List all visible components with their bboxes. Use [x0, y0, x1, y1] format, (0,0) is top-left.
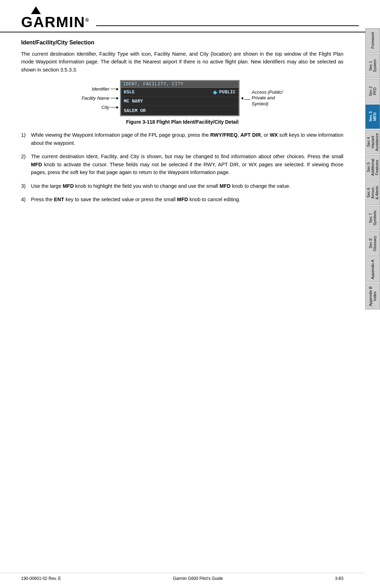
arrow-left-line — [244, 99, 250, 100]
tab-appendix-b[interactable]: Appendix BIndex — [365, 283, 380, 309]
footer-left: 190-00601-02 Rev. E — [21, 576, 61, 581]
step-4-number: 4) — [21, 196, 31, 203]
footer-right: 3-83 — [335, 576, 343, 581]
screen-mockup: IDENT, FACILITY, CITY KSLE ◆ PUBLIC MC N… — [120, 80, 240, 116]
step-3-text: Use the large MFD knob to highlight the … — [31, 182, 343, 190]
step-3: 3) Use the large MFD knob to highlight t… — [21, 182, 343, 190]
arrow-head-2 — [117, 95, 119, 101]
step-1-number: 1) — [21, 131, 31, 139]
figure-container: Identifier Facility Name City — [21, 80, 343, 116]
tab-appendix-a[interactable]: Appendix A — [365, 256, 380, 283]
page-footer: 190-00601-02 Rev. E Garmin G600 Pilot's … — [0, 573, 365, 581]
step-2-text: The current destination Ident, Facility,… — [31, 153, 343, 176]
footer-center: Garmin G600 Pilot's Guide — [173, 576, 223, 581]
diamond-icon: ◆ — [213, 89, 217, 95]
step-1: 1) While viewing the Waypoint Informatio… — [21, 131, 343, 147]
label-identifier: Identifier — [92, 85, 119, 94]
tab-sec1-system[interactable]: Sec 1System — [365, 54, 380, 78]
arrow-line-1 — [110, 89, 117, 89]
tab-sec7-symbols[interactable]: Sec 7Symbols — [365, 206, 380, 230]
intro-paragraph: The current destination Identifier, Faci… — [21, 50, 343, 74]
garmin-triangle-icon — [31, 6, 41, 14]
step-2: 2) The current destination Ident, Facili… — [21, 153, 343, 176]
tab-foreword[interactable]: Foreword — [365, 28, 380, 53]
steps-list: 1) While viewing the Waypoint Informatio… — [21, 131, 343, 203]
garmin-logo: GARMIN® — [21, 6, 90, 30]
tab-sec3-mfd[interactable]: Sec 3MFD — [365, 104, 380, 129]
header-divider — [96, 25, 359, 26]
step-3-number: 3) — [21, 182, 31, 190]
screen-row-3: SALEM OR — [121, 106, 239, 115]
screen-rows: KSLE ◆ PUBLIC MC NARY SALEM OR — [121, 88, 239, 115]
left-labels: Identifier Facility Name City — [82, 85, 119, 112]
tab-sec5-additional[interactable]: Sec 5AdditionalFeatures — [365, 155, 380, 180]
right-sidebar: Foreword Sec 1System Sec 2PFD Sec 3MFD S… — [365, 28, 380, 310]
main-content: Ident/Facility/City Selection The curren… — [0, 32, 365, 216]
facility-name-label: Facility Name — [82, 95, 109, 101]
arrow-line-3 — [110, 107, 117, 107]
city-arrow — [110, 105, 119, 110]
figure-inner: Identifier Facility Name City — [82, 80, 283, 116]
step-2-number: 2) — [21, 153, 31, 160]
step-4: 4) Press the ENT key to save the selecte… — [21, 196, 343, 203]
public-text: PUBLIC — [219, 89, 236, 95]
garmin-wordmark: GARMIN® — [21, 15, 90, 30]
page-header: GARMIN® — [0, 0, 380, 32]
right-label-text: Access (Public/ Private and Symbol) — [252, 89, 283, 107]
step-4-text: Press the ENT key to save the selected v… — [31, 196, 343, 203]
screen-row-1-text: KSLE — [124, 89, 213, 95]
arrow-head-1 — [117, 86, 119, 92]
section-title: Ident/Facility/City Selection — [21, 39, 343, 46]
label-city: City — [101, 103, 118, 112]
right-arrow-left — [241, 95, 251, 101]
facility-arrow — [110, 95, 119, 101]
screen-row-1-right: ◆ PUBLIC — [213, 89, 236, 95]
tab-sec8-glossary[interactable]: Sec 8Glossary — [365, 231, 380, 256]
right-label-block: Access (Public/ Private and Symbol) — [241, 89, 283, 107]
screen-row-2: MC NARY — [121, 97, 239, 106]
identifier-label: Identifier — [92, 86, 109, 92]
label-facility-name: Facility Name — [82, 94, 119, 103]
arrow-line-2 — [110, 98, 117, 98]
identifier-arrow — [110, 86, 119, 92]
tab-sec2-pfd[interactable]: Sec 2PFD — [365, 79, 380, 104]
figure-caption: Figure 3-118 Flight Plan Ident/Facility/… — [21, 119, 343, 125]
city-label: City — [101, 105, 109, 110]
tab-sec6-annun[interactable]: Sec 6Annun.& Alerts — [365, 180, 380, 205]
right-labels: Access (Public/ Private and Symbol) — [241, 89, 283, 107]
step-1-text: While viewing the Waypoint Information p… — [31, 131, 343, 147]
tab-sec4-hazard[interactable]: Sec 4HazardAvoidance — [365, 130, 380, 154]
screen-row-1: KSLE ◆ PUBLIC — [121, 88, 239, 97]
arrow-head-3 — [117, 105, 119, 110]
screen-row-2-text: MC NARY — [124, 99, 236, 104]
screen-title-bar: IDENT, FACILITY, CITY — [121, 81, 239, 88]
screen-row-3-text: SALEM OR — [124, 108, 236, 113]
